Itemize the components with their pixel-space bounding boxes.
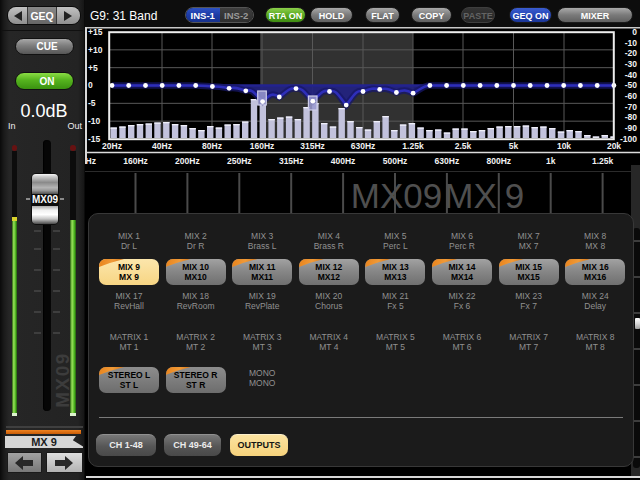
svg-text:0: 0 (88, 80, 93, 90)
svg-text:160Hz: 160Hz (250, 141, 275, 151)
svg-text:500Hz: 500Hz (383, 156, 408, 166)
svg-text:-70: -70 (625, 102, 638, 112)
svg-text:125Hz: 125Hz (85, 156, 96, 166)
svg-text:20Hz: 20Hz (102, 141, 122, 151)
svg-text:1k: 1k (546, 156, 556, 166)
svg-text:MX: MX (444, 176, 497, 215)
svg-text:-100: -100 (620, 134, 637, 144)
svg-text:315Hz: 315Hz (279, 156, 304, 166)
svg-text:800Hz: 800Hz (487, 156, 512, 166)
svg-text:-60: -60 (625, 91, 638, 101)
svg-text:MX09: MX09 (351, 176, 442, 215)
svg-text:160Hz: 160Hz (123, 156, 148, 166)
svg-text:630Hz: 630Hz (351, 141, 376, 151)
svg-text:+15: +15 (88, 27, 103, 37)
svg-text:-10: -10 (625, 38, 638, 48)
svg-text:9: 9 (505, 176, 524, 215)
svg-text:-90: -90 (625, 123, 638, 133)
svg-text:2.5k: 2.5k (455, 141, 472, 151)
svg-text:1.25k: 1.25k (592, 156, 614, 166)
svg-text:-20: -20 (625, 48, 638, 58)
svg-text:250Hz: 250Hz (227, 156, 252, 166)
svg-text:1.25k: 1.25k (402, 141, 424, 151)
svg-text:-40: -40 (625, 70, 638, 80)
svg-text:40Hz: 40Hz (152, 141, 172, 151)
svg-text:-5: -5 (88, 98, 96, 108)
svg-text:-80: -80 (625, 112, 638, 122)
svg-text:10k: 10k (557, 141, 571, 151)
svg-text:+10: +10 (88, 45, 103, 55)
svg-text:5k: 5k (509, 141, 519, 151)
svg-text:200Hz: 200Hz (175, 156, 200, 166)
svg-text:-10: -10 (88, 116, 101, 126)
svg-text:630Hz: 630Hz (435, 156, 460, 166)
svg-text:80Hz: 80Hz (202, 141, 222, 151)
svg-text:-30: -30 (625, 59, 638, 69)
svg-text:400Hz: 400Hz (331, 156, 356, 166)
svg-text:0: 0 (632, 27, 637, 37)
svg-text:+5: +5 (88, 63, 98, 73)
svg-text:315Hz: 315Hz (300, 141, 325, 151)
svg-text:-15: -15 (88, 134, 101, 144)
svg-text:-50: -50 (625, 80, 638, 90)
